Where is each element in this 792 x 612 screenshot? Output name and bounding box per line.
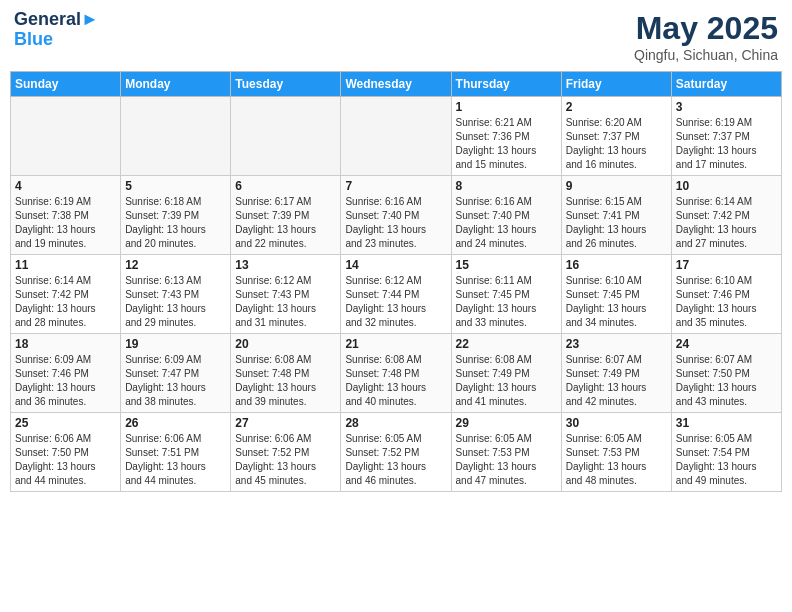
day-info: Sunrise: 6:09 AMSunset: 7:47 PMDaylight:… xyxy=(125,353,226,409)
day-number: 20 xyxy=(235,337,336,351)
day-number: 1 xyxy=(456,100,557,114)
day-info: Sunrise: 6:16 AMSunset: 7:40 PMDaylight:… xyxy=(345,195,446,251)
empty-cell xyxy=(11,97,121,176)
page-header: General► Blue May 2025 Qingfu, Sichuan, … xyxy=(10,10,782,63)
day-cell-5: 5Sunrise: 6:18 AMSunset: 7:39 PMDaylight… xyxy=(121,176,231,255)
day-info: Sunrise: 6:20 AMSunset: 7:37 PMDaylight:… xyxy=(566,116,667,172)
col-header-wednesday: Wednesday xyxy=(341,72,451,97)
day-cell-19: 19Sunrise: 6:09 AMSunset: 7:47 PMDayligh… xyxy=(121,334,231,413)
day-number: 31 xyxy=(676,416,777,430)
day-number: 9 xyxy=(566,179,667,193)
day-cell-13: 13Sunrise: 6:12 AMSunset: 7:43 PMDayligh… xyxy=(231,255,341,334)
logo-text: General► xyxy=(14,10,99,30)
week-row-3: 11Sunrise: 6:14 AMSunset: 7:42 PMDayligh… xyxy=(11,255,782,334)
day-cell-14: 14Sunrise: 6:12 AMSunset: 7:44 PMDayligh… xyxy=(341,255,451,334)
day-cell-29: 29Sunrise: 6:05 AMSunset: 7:53 PMDayligh… xyxy=(451,413,561,492)
day-cell-26: 26Sunrise: 6:06 AMSunset: 7:51 PMDayligh… xyxy=(121,413,231,492)
day-cell-6: 6Sunrise: 6:17 AMSunset: 7:39 PMDaylight… xyxy=(231,176,341,255)
day-number: 28 xyxy=(345,416,446,430)
day-info: Sunrise: 6:14 AMSunset: 7:42 PMDaylight:… xyxy=(676,195,777,251)
col-header-sunday: Sunday xyxy=(11,72,121,97)
day-number: 14 xyxy=(345,258,446,272)
day-info: Sunrise: 6:18 AMSunset: 7:39 PMDaylight:… xyxy=(125,195,226,251)
day-cell-1: 1Sunrise: 6:21 AMSunset: 7:36 PMDaylight… xyxy=(451,97,561,176)
day-cell-30: 30Sunrise: 6:05 AMSunset: 7:53 PMDayligh… xyxy=(561,413,671,492)
day-cell-16: 16Sunrise: 6:10 AMSunset: 7:45 PMDayligh… xyxy=(561,255,671,334)
day-info: Sunrise: 6:21 AMSunset: 7:36 PMDaylight:… xyxy=(456,116,557,172)
col-header-thursday: Thursday xyxy=(451,72,561,97)
day-info: Sunrise: 6:07 AMSunset: 7:49 PMDaylight:… xyxy=(566,353,667,409)
day-number: 13 xyxy=(235,258,336,272)
day-number: 7 xyxy=(345,179,446,193)
day-info: Sunrise: 6:10 AMSunset: 7:46 PMDaylight:… xyxy=(676,274,777,330)
day-cell-4: 4Sunrise: 6:19 AMSunset: 7:38 PMDaylight… xyxy=(11,176,121,255)
day-info: Sunrise: 6:06 AMSunset: 7:51 PMDaylight:… xyxy=(125,432,226,488)
day-cell-3: 3Sunrise: 6:19 AMSunset: 7:37 PMDaylight… xyxy=(671,97,781,176)
day-cell-20: 20Sunrise: 6:08 AMSunset: 7:48 PMDayligh… xyxy=(231,334,341,413)
day-cell-15: 15Sunrise: 6:11 AMSunset: 7:45 PMDayligh… xyxy=(451,255,561,334)
day-cell-12: 12Sunrise: 6:13 AMSunset: 7:43 PMDayligh… xyxy=(121,255,231,334)
day-info: Sunrise: 6:05 AMSunset: 7:54 PMDaylight:… xyxy=(676,432,777,488)
day-cell-2: 2Sunrise: 6:20 AMSunset: 7:37 PMDaylight… xyxy=(561,97,671,176)
day-cell-10: 10Sunrise: 6:14 AMSunset: 7:42 PMDayligh… xyxy=(671,176,781,255)
day-number: 25 xyxy=(15,416,116,430)
day-number: 15 xyxy=(456,258,557,272)
day-cell-24: 24Sunrise: 6:07 AMSunset: 7:50 PMDayligh… xyxy=(671,334,781,413)
col-header-saturday: Saturday xyxy=(671,72,781,97)
week-row-1: 1Sunrise: 6:21 AMSunset: 7:36 PMDaylight… xyxy=(11,97,782,176)
day-cell-11: 11Sunrise: 6:14 AMSunset: 7:42 PMDayligh… xyxy=(11,255,121,334)
day-info: Sunrise: 6:13 AMSunset: 7:43 PMDaylight:… xyxy=(125,274,226,330)
day-number: 24 xyxy=(676,337,777,351)
day-cell-23: 23Sunrise: 6:07 AMSunset: 7:49 PMDayligh… xyxy=(561,334,671,413)
day-info: Sunrise: 6:05 AMSunset: 7:52 PMDaylight:… xyxy=(345,432,446,488)
title-block: May 2025 Qingfu, Sichuan, China xyxy=(634,10,778,63)
week-row-4: 18Sunrise: 6:09 AMSunset: 7:46 PMDayligh… xyxy=(11,334,782,413)
day-info: Sunrise: 6:08 AMSunset: 7:48 PMDaylight:… xyxy=(235,353,336,409)
day-cell-17: 17Sunrise: 6:10 AMSunset: 7:46 PMDayligh… xyxy=(671,255,781,334)
col-header-tuesday: Tuesday xyxy=(231,72,341,97)
day-number: 12 xyxy=(125,258,226,272)
day-number: 6 xyxy=(235,179,336,193)
day-info: Sunrise: 6:15 AMSunset: 7:41 PMDaylight:… xyxy=(566,195,667,251)
day-number: 18 xyxy=(15,337,116,351)
day-info: Sunrise: 6:19 AMSunset: 7:37 PMDaylight:… xyxy=(676,116,777,172)
empty-cell xyxy=(231,97,341,176)
day-info: Sunrise: 6:16 AMSunset: 7:40 PMDaylight:… xyxy=(456,195,557,251)
logo-blue-text: Blue xyxy=(14,30,99,50)
day-cell-31: 31Sunrise: 6:05 AMSunset: 7:54 PMDayligh… xyxy=(671,413,781,492)
day-number: 4 xyxy=(15,179,116,193)
day-cell-18: 18Sunrise: 6:09 AMSunset: 7:46 PMDayligh… xyxy=(11,334,121,413)
day-number: 27 xyxy=(235,416,336,430)
day-number: 30 xyxy=(566,416,667,430)
day-cell-7: 7Sunrise: 6:16 AMSunset: 7:40 PMDaylight… xyxy=(341,176,451,255)
day-info: Sunrise: 6:10 AMSunset: 7:45 PMDaylight:… xyxy=(566,274,667,330)
month-year: May 2025 xyxy=(634,10,778,47)
empty-cell xyxy=(341,97,451,176)
location: Qingfu, Sichuan, China xyxy=(634,47,778,63)
day-info: Sunrise: 6:12 AMSunset: 7:44 PMDaylight:… xyxy=(345,274,446,330)
col-header-monday: Monday xyxy=(121,72,231,97)
logo-blue: ► xyxy=(81,9,99,29)
day-number: 23 xyxy=(566,337,667,351)
day-number: 22 xyxy=(456,337,557,351)
day-number: 26 xyxy=(125,416,226,430)
day-info: Sunrise: 6:12 AMSunset: 7:43 PMDaylight:… xyxy=(235,274,336,330)
day-number: 17 xyxy=(676,258,777,272)
day-number: 3 xyxy=(676,100,777,114)
day-info: Sunrise: 6:08 AMSunset: 7:48 PMDaylight:… xyxy=(345,353,446,409)
day-cell-8: 8Sunrise: 6:16 AMSunset: 7:40 PMDaylight… xyxy=(451,176,561,255)
day-info: Sunrise: 6:17 AMSunset: 7:39 PMDaylight:… xyxy=(235,195,336,251)
day-number: 5 xyxy=(125,179,226,193)
day-info: Sunrise: 6:08 AMSunset: 7:49 PMDaylight:… xyxy=(456,353,557,409)
calendar-table: SundayMondayTuesdayWednesdayThursdayFrid… xyxy=(10,71,782,492)
day-info: Sunrise: 6:09 AMSunset: 7:46 PMDaylight:… xyxy=(15,353,116,409)
header-row: SundayMondayTuesdayWednesdayThursdayFrid… xyxy=(11,72,782,97)
day-number: 29 xyxy=(456,416,557,430)
day-info: Sunrise: 6:07 AMSunset: 7:50 PMDaylight:… xyxy=(676,353,777,409)
day-number: 2 xyxy=(566,100,667,114)
day-number: 16 xyxy=(566,258,667,272)
day-cell-27: 27Sunrise: 6:06 AMSunset: 7:52 PMDayligh… xyxy=(231,413,341,492)
day-info: Sunrise: 6:05 AMSunset: 7:53 PMDaylight:… xyxy=(566,432,667,488)
logo: General► Blue xyxy=(14,10,99,50)
day-info: Sunrise: 6:19 AMSunset: 7:38 PMDaylight:… xyxy=(15,195,116,251)
